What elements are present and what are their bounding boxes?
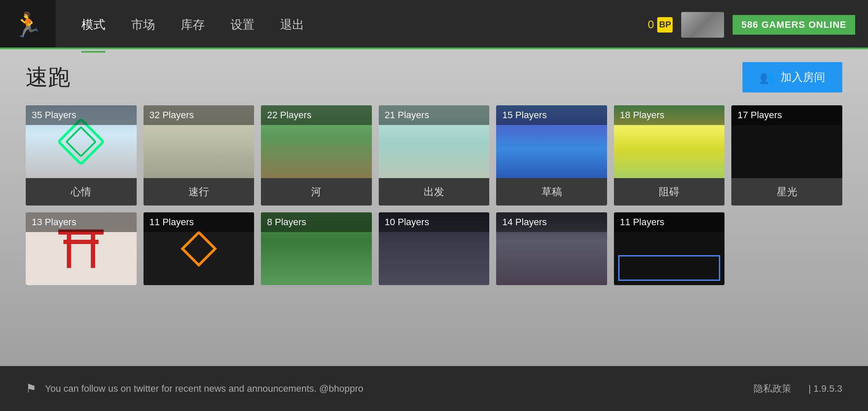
- map-card-阻碍[interactable]: 18 Players阻碍: [614, 105, 725, 206]
- logo-box: 🏃: [0, 0, 56, 49]
- coin-amount: 0: [648, 18, 654, 31]
- player-count: 14 Players: [496, 212, 607, 232]
- map-card-河[interactable]: 22 Players河: [261, 105, 372, 206]
- player-count: 22 Players: [261, 105, 372, 125]
- version-label: | 1.9.5.3: [808, 383, 842, 394]
- header: 🏃 模式市场库存设置退出 0 BP 586 GAMERS ONLINE: [0, 0, 868, 49]
- map-name: 河: [261, 178, 372, 206]
- player-count: 18 Players: [614, 105, 725, 125]
- avatar-image: [681, 12, 724, 38]
- header-right: 0 BP 586 GAMERS ONLINE: [648, 12, 855, 38]
- map-name: 心情: [26, 178, 137, 206]
- nav-item-设置[interactable]: 设置: [230, 13, 254, 36]
- map-card-出发[interactable]: 21 Players出发: [379, 105, 490, 206]
- footer-right: 隐私政策 | 1.9.5.3: [754, 382, 842, 395]
- nav-item-库存[interactable]: 库存: [181, 13, 205, 36]
- map-card-星光[interactable]: 17 Players星光: [731, 105, 842, 206]
- map-card-心情[interactable]: 35 Players心情: [26, 105, 137, 206]
- main-content: 速跑 👥 加入房间 35 Players心情32 Players速行22 Pla…: [0, 49, 868, 366]
- online-badge: 586 GAMERS ONLINE: [733, 15, 855, 35]
- map-name: 阻碍: [614, 178, 725, 206]
- player-count: 21 Players: [379, 105, 490, 125]
- logo-icon: 🏃: [13, 11, 43, 39]
- coin-icon: BP: [657, 17, 673, 33]
- map-name: 草稿: [496, 178, 607, 206]
- privacy-policy-link[interactable]: 隐私政策: [754, 382, 791, 395]
- map-card-row2-5[interactable]: 11 Players: [614, 212, 725, 285]
- player-count: 35 Players: [26, 105, 137, 125]
- join-btn-label: 加入房间: [781, 70, 825, 85]
- join-room-button[interactable]: 👥 加入房间: [742, 62, 842, 92]
- player-count: 10 Players: [379, 212, 490, 232]
- nav-item-市场[interactable]: 市场: [131, 13, 155, 36]
- page-header: 速跑 👥 加入房间: [26, 62, 842, 92]
- player-count: 8 Players: [261, 212, 372, 232]
- map-card-row2-6: [731, 212, 842, 285]
- player-count: 11 Players: [614, 212, 725, 232]
- page-title: 速跑: [26, 63, 70, 92]
- player-count: 13 Players: [26, 212, 137, 232]
- map-name: 星光: [731, 178, 842, 206]
- nav-item-退出[interactable]: 退出: [280, 13, 304, 36]
- maps-grid-row2: 13 Players11 Players8 Players10 Players1…: [26, 212, 842, 285]
- avatar[interactable]: [681, 12, 724, 38]
- player-count: 11 Players: [144, 212, 254, 232]
- join-icon: 👥: [760, 70, 775, 84]
- map-card-速行[interactable]: 32 Players速行: [144, 105, 254, 206]
- nav-item-模式[interactable]: 模式: [81, 13, 105, 36]
- footer: ⚑ You can follow us on twitter for recen…: [0, 366, 868, 411]
- map-card-row2-1[interactable]: 11 Players: [144, 212, 254, 285]
- map-card-row2-2[interactable]: 8 Players: [261, 212, 372, 285]
- map-card-row2-3[interactable]: 10 Players: [379, 212, 490, 285]
- map-name: 速行: [144, 178, 254, 206]
- nav: 模式市场库存设置退出: [81, 13, 648, 36]
- header-green-line: [0, 48, 868, 49]
- player-count: 15 Players: [496, 105, 607, 125]
- player-count: 17 Players: [731, 105, 842, 125]
- map-card-草稿[interactable]: 15 Players草稿: [496, 105, 607, 206]
- coins-display: 0 BP: [648, 17, 673, 33]
- map-card-row2-4[interactable]: 14 Players: [496, 212, 607, 285]
- footer-flag-icon: ⚑: [26, 381, 36, 396]
- maps-grid-row1: 35 Players心情32 Players速行22 Players河21 Pl…: [26, 105, 842, 206]
- map-card-row2-0[interactable]: 13 Players: [26, 212, 137, 285]
- player-count: 32 Players: [144, 105, 254, 125]
- map-name: 出发: [379, 178, 490, 206]
- footer-message: You can follow us on twitter for recent …: [45, 383, 745, 394]
